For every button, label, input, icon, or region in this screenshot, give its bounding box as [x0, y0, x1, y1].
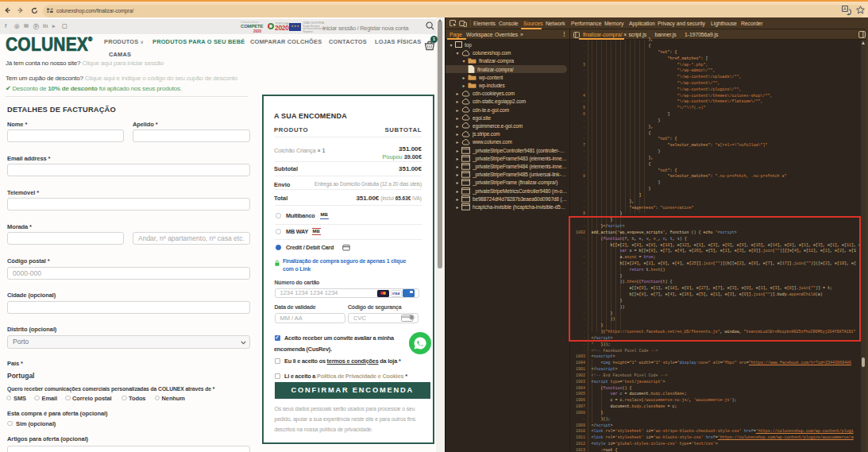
svg-text:A: A: [843, 6, 847, 11]
